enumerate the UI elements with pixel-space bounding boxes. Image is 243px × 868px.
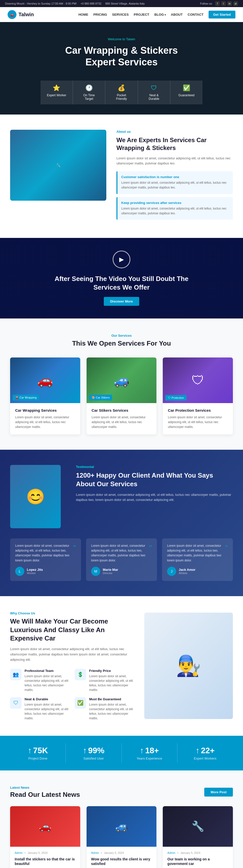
stat-label-3: Years Experience bbox=[124, 756, 175, 760]
test-author-info-3: Jack Amor Athlete bbox=[179, 568, 196, 575]
service-desc-1: Lorem ipsum dolor sit amet, consectetur … bbox=[15, 415, 75, 430]
about-card-2-desc: Lorem ipsum dolor sit amet, consectetur … bbox=[121, 206, 229, 216]
why-feature-3: 🛡 Neat & Durable Lorem ipsum dolor sit a… bbox=[10, 697, 70, 720]
test-role-2: Director bbox=[103, 571, 118, 575]
why-feature-1: 👥 Professional Team Lorem ipsum dolor si… bbox=[10, 669, 70, 692]
news-card-3: 🔧 Admin • January 5, 2024 Our team is wo… bbox=[163, 806, 233, 868]
testimonial-title: 1200+ Happy Our Client And What You Says… bbox=[76, 471, 233, 489]
about-content: About us We Are Experts In Services Car … bbox=[116, 130, 233, 223]
news-author-1: Admin bbox=[15, 851, 23, 854]
testimonial-card-1: " Lorem ipsum dolor sit amet, consectetu… bbox=[10, 538, 81, 581]
about-tag: About us bbox=[116, 130, 233, 133]
why-feature-desc-4: Lorem ipsum dolor sit amet, consectetur … bbox=[89, 702, 134, 720]
stat-arrow-4: ↑ bbox=[196, 746, 200, 755]
news-headline-3: Our team is working on a government car bbox=[167, 857, 228, 866]
why-features-grid: 👥 Professional Team Lorem ipsum dolor si… bbox=[10, 669, 134, 720]
facebook-icon[interactable]: f bbox=[215, 1, 220, 6]
stat-arrow-2: ↑ bbox=[83, 746, 87, 755]
nav-home[interactable]: HOME bbox=[78, 13, 88, 17]
hero-feature-5: ✅ Guaranteed bbox=[170, 81, 203, 104]
news-grid: 🚗 Admin • January 5, 2024 Install the st… bbox=[10, 806, 233, 868]
about-card-2: Keep providing services after services L… bbox=[116, 197, 233, 220]
news-date-1: January 5, 2024 bbox=[28, 851, 47, 854]
nav-contact[interactable]: CONTACT bbox=[187, 13, 204, 17]
why-feature-desc-3: Lorem ipsum dolor sit amet, consectetur … bbox=[25, 702, 70, 720]
stat-3: ↑ 18+ Years Experience bbox=[122, 743, 177, 763]
video-title-1: After Seeing The Video You Still Doubt T… bbox=[55, 275, 188, 282]
nav-blog[interactable]: BLOG bbox=[154, 13, 166, 17]
hero-features: ⭐ Expert Worker 🕐 On Time Target 💰 Pocke… bbox=[40, 81, 203, 104]
play-button[interactable]: ▶ bbox=[113, 251, 130, 268]
service-body-3: Car Protection Services Lorem ipsum dolo… bbox=[163, 403, 233, 435]
why-feature-desc-2: Lorem ipsum dolor sit amet, consectetur … bbox=[89, 674, 134, 692]
hero-feature-2: 🕐 On Time Target bbox=[73, 81, 105, 104]
testimonial-image: 😊 bbox=[10, 465, 61, 528]
linkedin-icon[interactable]: in bbox=[227, 1, 232, 6]
hero-feature-1: ⭐ Expert Worker bbox=[40, 81, 73, 104]
testimonial-tag: Testimonial bbox=[76, 465, 233, 469]
video-section: ▶ After Seeing The Video You Still Doubt… bbox=[0, 238, 243, 318]
why-image: 👨‍🔧 bbox=[144, 613, 233, 719]
more-posts-button[interactable]: More Post bbox=[204, 788, 233, 797]
news-date-3: January 5, 2024 bbox=[180, 851, 200, 854]
nav-pricing[interactable]: PRICING bbox=[94, 13, 107, 17]
testimonial-card-3: " Lorem ipsum dolor sit amet, consectetu… bbox=[162, 538, 233, 581]
why-feature-text-3: Neat & Durable Lorem ipsum dolor sit ame… bbox=[25, 697, 70, 720]
about-image: 🔧 bbox=[10, 130, 106, 201]
video-title-2: Services We Offer bbox=[94, 283, 149, 291]
nav-links: HOME PRICING SERVICES PROJECT BLOG ABOUT… bbox=[78, 11, 235, 19]
stat-label-2: Satisfied User bbox=[68, 756, 119, 760]
service-icon-3: 🛡 Protection bbox=[165, 395, 186, 401]
test-text-1: Lorem ipsum dolor sit amet, consectetur … bbox=[15, 544, 76, 563]
news-date-separator-1: • bbox=[25, 851, 26, 854]
test-avatar-2: M bbox=[91, 567, 100, 576]
why-title: We Will Make Your Car Become Luxurious A… bbox=[10, 617, 134, 643]
hero-title-line2: Expert Services bbox=[85, 57, 158, 67]
hero-title-line1: Car Wrapping & Stickers bbox=[65, 45, 178, 56]
quote-icon-1: " bbox=[73, 544, 76, 552]
news-date-separator-2: • bbox=[101, 851, 102, 854]
quote-icon-3: " bbox=[225, 544, 228, 552]
news-meta-1: Admin • January 5, 2024 bbox=[15, 851, 76, 854]
test-avatar-3: J bbox=[167, 567, 176, 576]
news-image-1: 🚗 bbox=[10, 806, 80, 847]
logo[interactable]: 🚗 Talwin bbox=[8, 10, 34, 19]
hero-section: Welcome to Talwin Car Wrapping & Sticker… bbox=[0, 22, 243, 115]
stat-arrow-1: ↑ bbox=[28, 746, 32, 755]
stat-label-4: Expert Workers bbox=[180, 756, 230, 760]
service-image-2: 🚙 🎨 Car Stikers bbox=[86, 358, 157, 403]
why-feature-4: ✅ Must Be Guaranteed Lorem ipsum dolor s… bbox=[75, 697, 134, 720]
top-bar-right: Follow us: f t in yt bbox=[200, 1, 238, 6]
services-section: Our Services This We Open Services For Y… bbox=[0, 318, 243, 450]
top-address: Downing Mount - Hershey to Sunday 17:00 … bbox=[5, 2, 77, 5]
nav-project[interactable]: PROJECT bbox=[134, 13, 149, 17]
nav-services[interactable]: SERVICES bbox=[112, 13, 129, 17]
news-card-2: 🚙 Admin • January 5, 2024 Wow good resul… bbox=[86, 806, 157, 868]
why-feature-title-1: Professional Team bbox=[25, 669, 70, 673]
logo-text: Talwin bbox=[19, 12, 34, 18]
professional-team-icon: 👥 bbox=[10, 669, 22, 680]
service-image-1: 🚗 🚘 Car Wrapping bbox=[10, 358, 80, 403]
news-tag: Latest News bbox=[10, 786, 80, 789]
get-started-button[interactable]: Get Started bbox=[209, 11, 235, 19]
test-name-1: Lopez Jits bbox=[27, 568, 43, 571]
test-text-2: Lorem ipsum dolor sit amet, consectetur … bbox=[91, 544, 152, 563]
youtube-icon[interactable]: yt bbox=[233, 1, 238, 6]
twitter-icon[interactable]: t bbox=[221, 1, 226, 6]
service-icon-2: 🎨 Car Stikers bbox=[89, 395, 112, 401]
test-author-info-2: Marie Mar Director bbox=[103, 568, 118, 575]
why-image-wrapper: 👨‍🔧 bbox=[144, 613, 233, 719]
nav-about[interactable]: ABOUT bbox=[171, 13, 182, 17]
neat-durable-feat-icon: 🛡 bbox=[10, 697, 22, 709]
stat-number-2: ↑ 99% bbox=[68, 746, 119, 755]
quote-icon-2: " bbox=[149, 544, 152, 552]
pocket-friendly-icon: 💰 bbox=[118, 84, 125, 91]
hero-feature-4: 🛡 Neat & Durable bbox=[138, 81, 170, 104]
news-author-2: Admin bbox=[91, 851, 99, 854]
discover-more-button[interactable]: Discover More bbox=[104, 297, 139, 306]
stat-1: ↑ 75K Project Done bbox=[10, 743, 66, 763]
about-description: Lorem ipsum dolor sit amet, consectetur … bbox=[116, 156, 233, 166]
logo-icon: 🚗 bbox=[8, 10, 16, 19]
hero-title: Car Wrapping & Stickers Expert Services bbox=[65, 45, 178, 68]
hero-welcome: Welcome to Talwin bbox=[108, 37, 135, 41]
